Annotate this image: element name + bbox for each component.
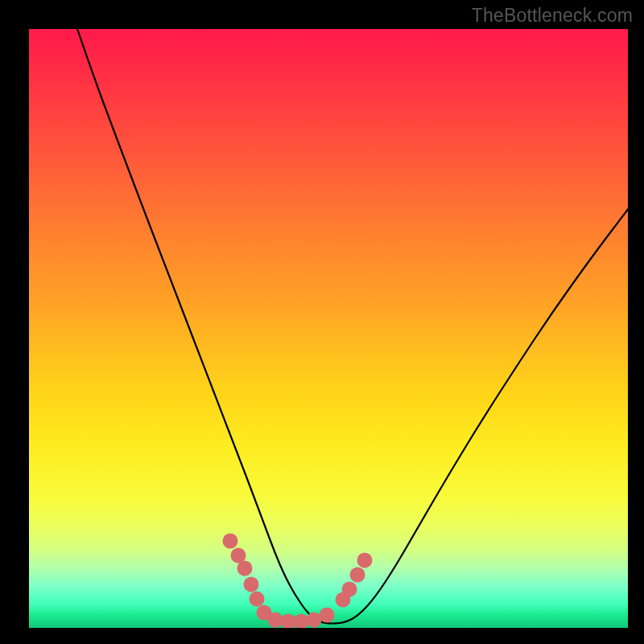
curve-marker — [237, 561, 253, 576]
curve-marker — [223, 534, 238, 549]
curve-marker — [250, 592, 265, 607]
curve-marker — [357, 553, 373, 568]
curve-markers — [223, 534, 373, 629]
watermark-text: TheBottleneck.com — [472, 5, 633, 27]
chart-frame: TheBottleneck.com — [0, 0, 644, 644]
curve-marker — [268, 613, 283, 628]
bottleneck-curve-svg — [29, 29, 628, 628]
curve-marker — [350, 568, 365, 583]
plot-area — [29, 29, 628, 628]
curve-marker — [244, 577, 259, 592]
bottleneck-curve-path — [77, 29, 628, 624]
curve-marker — [320, 608, 335, 623]
curve-marker — [342, 582, 357, 597]
